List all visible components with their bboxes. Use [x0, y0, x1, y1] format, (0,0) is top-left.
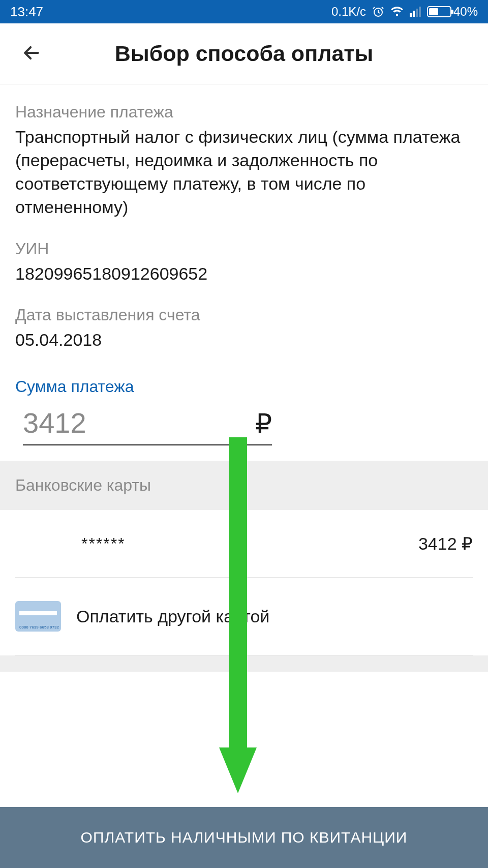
battery-indicator: 40%	[427, 5, 478, 19]
svg-rect-2	[413, 11, 415, 17]
pay-cash-button[interactable]: ОПЛАТИТЬ НАЛИЧНЫМИ ПО КВИТАНЦИИ	[0, 807, 488, 868]
svg-rect-1	[410, 13, 412, 17]
svg-rect-4	[419, 7, 421, 17]
signal-icon	[410, 7, 421, 17]
uin-value: 18209965180912609652	[15, 262, 473, 286]
wifi-icon	[390, 6, 404, 17]
content-area: Назначение платежа Транспортный налог с …	[0, 84, 488, 672]
battery-percent: 40%	[453, 5, 478, 19]
date-label: Дата выставления счета	[15, 306, 473, 324]
card-icon: 0000 7639 6653 9732	[15, 601, 61, 632]
pay-cash-label: ОПЛАТИТЬ НАЛИЧНЫМИ ПО КВИТАНЦИИ	[81, 829, 408, 846]
svg-rect-3	[416, 9, 418, 17]
status-right: 0.1K/c 40%	[331, 5, 478, 19]
date-value: 05.04.2018	[15, 328, 473, 352]
amount-label: Сумма платежа	[15, 377, 473, 396]
back-button[interactable]	[20, 42, 43, 66]
purpose-label: Назначение платежа	[15, 103, 473, 122]
amount-row[interactable]: 3412 ₽	[23, 406, 272, 445]
app-header: Выбор способа оплаты	[0, 23, 488, 84]
network-speed: 0.1K/c	[331, 5, 366, 19]
uin-label: УИН	[15, 240, 473, 258]
card-icon-digits: 0000 7639 6653 9732	[19, 625, 59, 630]
card-mask: ******	[81, 534, 418, 553]
partial-row	[0, 655, 488, 672]
status-time: 13:47	[10, 4, 43, 20]
card-amount: 3412 ₽	[418, 533, 473, 554]
saved-card-row[interactable]: ****** 3412 ₽	[15, 510, 473, 578]
other-card-label: Оплатить другой картой	[76, 607, 269, 626]
other-card-row[interactable]: 0000 7639 6653 9732 Оплатить другой карт…	[15, 578, 473, 655]
purpose-value: Транспортный налог с физических лиц (сум…	[15, 126, 473, 219]
alarm-icon	[372, 6, 384, 18]
page-title: Выбор способа оплаты	[115, 41, 373, 66]
currency-symbol: ₽	[255, 408, 272, 439]
cards-section-header: Банковские карты	[0, 461, 488, 510]
amount-input[interactable]: 3412	[23, 406, 250, 439]
status-bar: 13:47 0.1K/c 40%	[0, 0, 488, 23]
